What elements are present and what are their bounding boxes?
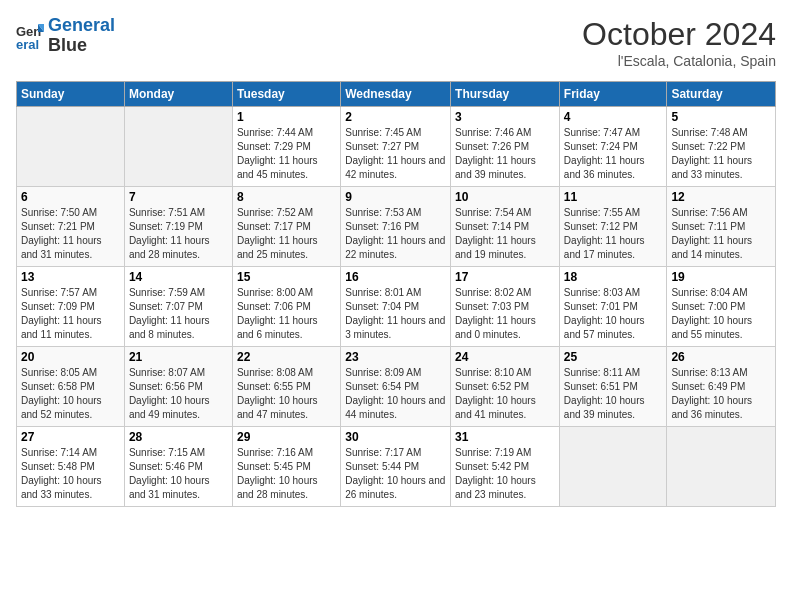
day-info: Sunrise: 8:02 AM Sunset: 7:03 PM Dayligh…	[455, 286, 555, 342]
logo-icon: Gen eral	[16, 22, 44, 50]
day-info: Sunrise: 7:19 AM Sunset: 5:42 PM Dayligh…	[455, 446, 555, 502]
day-info: Sunrise: 8:01 AM Sunset: 7:04 PM Dayligh…	[345, 286, 446, 342]
day-cell	[17, 107, 125, 187]
day-number: 16	[345, 270, 446, 284]
day-info: Sunrise: 7:48 AM Sunset: 7:22 PM Dayligh…	[671, 126, 771, 182]
column-header-saturday: Saturday	[667, 82, 776, 107]
day-number: 29	[237, 430, 336, 444]
day-number: 20	[21, 350, 120, 364]
day-number: 19	[671, 270, 771, 284]
day-cell: 9Sunrise: 7:53 AM Sunset: 7:16 PM Daylig…	[341, 187, 451, 267]
svg-text:eral: eral	[16, 37, 39, 50]
day-number: 13	[21, 270, 120, 284]
day-info: Sunrise: 7:47 AM Sunset: 7:24 PM Dayligh…	[564, 126, 663, 182]
day-cell: 5Sunrise: 7:48 AM Sunset: 7:22 PM Daylig…	[667, 107, 776, 187]
day-info: Sunrise: 7:15 AM Sunset: 5:46 PM Dayligh…	[129, 446, 228, 502]
day-cell: 30Sunrise: 7:17 AM Sunset: 5:44 PM Dayli…	[341, 427, 451, 507]
column-header-friday: Friday	[559, 82, 667, 107]
day-number: 15	[237, 270, 336, 284]
day-cell: 23Sunrise: 8:09 AM Sunset: 6:54 PM Dayli…	[341, 347, 451, 427]
calendar-subtitle: l'Escala, Catalonia, Spain	[582, 53, 776, 69]
day-number: 17	[455, 270, 555, 284]
day-number: 10	[455, 190, 555, 204]
title-block: October 2024 l'Escala, Catalonia, Spain	[582, 16, 776, 69]
column-header-thursday: Thursday	[451, 82, 560, 107]
day-cell: 21Sunrise: 8:07 AM Sunset: 6:56 PM Dayli…	[124, 347, 232, 427]
day-info: Sunrise: 7:16 AM Sunset: 5:45 PM Dayligh…	[237, 446, 336, 502]
day-info: Sunrise: 7:50 AM Sunset: 7:21 PM Dayligh…	[21, 206, 120, 262]
day-cell: 14Sunrise: 7:59 AM Sunset: 7:07 PM Dayli…	[124, 267, 232, 347]
day-info: Sunrise: 7:44 AM Sunset: 7:29 PM Dayligh…	[237, 126, 336, 182]
day-cell: 17Sunrise: 8:02 AM Sunset: 7:03 PM Dayli…	[451, 267, 560, 347]
day-info: Sunrise: 7:51 AM Sunset: 7:19 PM Dayligh…	[129, 206, 228, 262]
day-info: Sunrise: 7:17 AM Sunset: 5:44 PM Dayligh…	[345, 446, 446, 502]
day-number: 25	[564, 350, 663, 364]
day-info: Sunrise: 8:05 AM Sunset: 6:58 PM Dayligh…	[21, 366, 120, 422]
day-cell	[559, 427, 667, 507]
week-row-5: 27Sunrise: 7:14 AM Sunset: 5:48 PM Dayli…	[17, 427, 776, 507]
day-cell: 16Sunrise: 8:01 AM Sunset: 7:04 PM Dayli…	[341, 267, 451, 347]
day-cell	[124, 107, 232, 187]
day-number: 18	[564, 270, 663, 284]
day-info: Sunrise: 8:00 AM Sunset: 7:06 PM Dayligh…	[237, 286, 336, 342]
logo-line1: General	[48, 16, 115, 36]
day-cell: 31Sunrise: 7:19 AM Sunset: 5:42 PM Dayli…	[451, 427, 560, 507]
day-info: Sunrise: 8:03 AM Sunset: 7:01 PM Dayligh…	[564, 286, 663, 342]
day-cell: 15Sunrise: 8:00 AM Sunset: 7:06 PM Dayli…	[232, 267, 340, 347]
day-cell: 8Sunrise: 7:52 AM Sunset: 7:17 PM Daylig…	[232, 187, 340, 267]
day-number: 31	[455, 430, 555, 444]
day-info: Sunrise: 7:53 AM Sunset: 7:16 PM Dayligh…	[345, 206, 446, 262]
day-cell: 24Sunrise: 8:10 AM Sunset: 6:52 PM Dayli…	[451, 347, 560, 427]
day-number: 12	[671, 190, 771, 204]
day-info: Sunrise: 8:07 AM Sunset: 6:56 PM Dayligh…	[129, 366, 228, 422]
day-info: Sunrise: 7:45 AM Sunset: 7:27 PM Dayligh…	[345, 126, 446, 182]
column-header-tuesday: Tuesday	[232, 82, 340, 107]
calendar-title: October 2024	[582, 16, 776, 53]
day-cell: 27Sunrise: 7:14 AM Sunset: 5:48 PM Dayli…	[17, 427, 125, 507]
day-cell	[667, 427, 776, 507]
column-header-sunday: Sunday	[17, 82, 125, 107]
day-cell: 20Sunrise: 8:05 AM Sunset: 6:58 PM Dayli…	[17, 347, 125, 427]
day-number: 26	[671, 350, 771, 364]
day-cell: 29Sunrise: 7:16 AM Sunset: 5:45 PM Dayli…	[232, 427, 340, 507]
day-cell: 19Sunrise: 8:04 AM Sunset: 7:00 PM Dayli…	[667, 267, 776, 347]
day-info: Sunrise: 7:57 AM Sunset: 7:09 PM Dayligh…	[21, 286, 120, 342]
day-cell: 11Sunrise: 7:55 AM Sunset: 7:12 PM Dayli…	[559, 187, 667, 267]
day-info: Sunrise: 8:11 AM Sunset: 6:51 PM Dayligh…	[564, 366, 663, 422]
calendar-table: SundayMondayTuesdayWednesdayThursdayFrid…	[16, 81, 776, 507]
column-header-monday: Monday	[124, 82, 232, 107]
week-row-2: 6Sunrise: 7:50 AM Sunset: 7:21 PM Daylig…	[17, 187, 776, 267]
day-cell: 2Sunrise: 7:45 AM Sunset: 7:27 PM Daylig…	[341, 107, 451, 187]
day-number: 11	[564, 190, 663, 204]
day-number: 22	[237, 350, 336, 364]
day-cell: 7Sunrise: 7:51 AM Sunset: 7:19 PM Daylig…	[124, 187, 232, 267]
day-number: 6	[21, 190, 120, 204]
day-number: 1	[237, 110, 336, 124]
day-number: 8	[237, 190, 336, 204]
page-header: Gen eral General Blue October 2024 l'Esc…	[16, 16, 776, 69]
day-number: 30	[345, 430, 446, 444]
day-number: 24	[455, 350, 555, 364]
day-info: Sunrise: 8:13 AM Sunset: 6:49 PM Dayligh…	[671, 366, 771, 422]
day-cell: 6Sunrise: 7:50 AM Sunset: 7:21 PM Daylig…	[17, 187, 125, 267]
day-info: Sunrise: 7:14 AM Sunset: 5:48 PM Dayligh…	[21, 446, 120, 502]
day-number: 4	[564, 110, 663, 124]
day-cell: 25Sunrise: 8:11 AM Sunset: 6:51 PM Dayli…	[559, 347, 667, 427]
day-number: 5	[671, 110, 771, 124]
day-number: 23	[345, 350, 446, 364]
day-number: 3	[455, 110, 555, 124]
day-cell: 12Sunrise: 7:56 AM Sunset: 7:11 PM Dayli…	[667, 187, 776, 267]
day-cell: 28Sunrise: 7:15 AM Sunset: 5:46 PM Dayli…	[124, 427, 232, 507]
day-number: 2	[345, 110, 446, 124]
logo-line2: Blue	[48, 36, 115, 56]
day-number: 27	[21, 430, 120, 444]
day-info: Sunrise: 7:52 AM Sunset: 7:17 PM Dayligh…	[237, 206, 336, 262]
day-info: Sunrise: 8:08 AM Sunset: 6:55 PM Dayligh…	[237, 366, 336, 422]
day-info: Sunrise: 8:09 AM Sunset: 6:54 PM Dayligh…	[345, 366, 446, 422]
day-number: 21	[129, 350, 228, 364]
day-cell: 18Sunrise: 8:03 AM Sunset: 7:01 PM Dayli…	[559, 267, 667, 347]
day-cell: 1Sunrise: 7:44 AM Sunset: 7:29 PM Daylig…	[232, 107, 340, 187]
day-number: 9	[345, 190, 446, 204]
week-row-4: 20Sunrise: 8:05 AM Sunset: 6:58 PM Dayli…	[17, 347, 776, 427]
day-number: 28	[129, 430, 228, 444]
